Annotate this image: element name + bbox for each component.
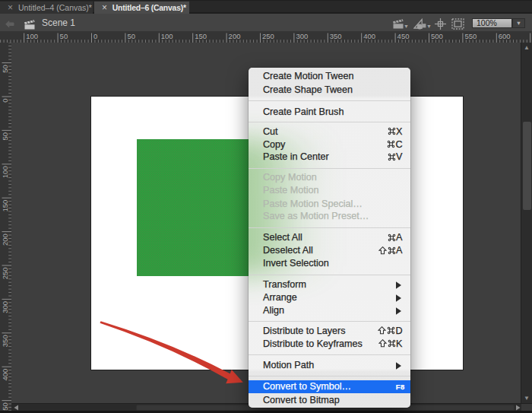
svg-text:50: 50 (60, 32, 68, 40)
svg-text:50: 50 (1, 132, 9, 141)
svg-text:50: 50 (1, 65, 9, 73)
svg-text:350: 350 (1, 335, 9, 347)
svg-text:0: 0 (93, 32, 97, 40)
svg-text:600: 600 (499, 32, 511, 40)
svg-text:150: 150 (1, 200, 9, 212)
svg-text:450: 450 (397, 32, 410, 40)
svg-text:550: 550 (464, 32, 477, 40)
svg-text:100: 100 (26, 32, 38, 40)
svg-text:50: 50 (127, 32, 135, 40)
svg-text:250: 250 (262, 32, 274, 40)
svg-text:200: 200 (1, 234, 9, 246)
svg-text:300: 300 (1, 301, 9, 313)
svg-text:0: 0 (1, 99, 9, 103)
svg-text:150: 150 (195, 32, 207, 40)
svg-text:100: 100 (1, 166, 9, 178)
svg-text:400: 400 (363, 32, 375, 40)
svg-text:400: 400 (1, 369, 9, 381)
svg-text:350: 350 (330, 32, 342, 40)
svg-text:300: 300 (296, 32, 308, 40)
svg-text:100: 100 (161, 32, 173, 40)
svg-text:200: 200 (229, 32, 241, 40)
svg-text:250: 250 (1, 268, 9, 280)
svg-text:500: 500 (431, 32, 443, 40)
